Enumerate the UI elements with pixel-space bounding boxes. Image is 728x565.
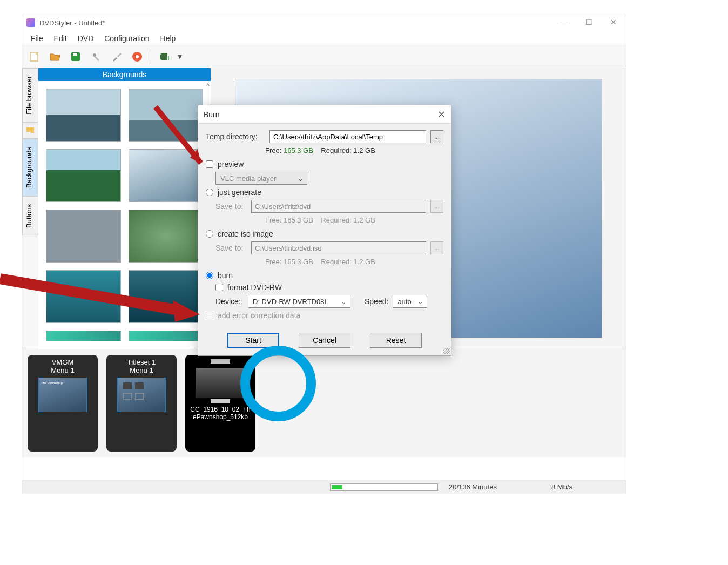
resize-grip-icon[interactable] <box>443 348 450 354</box>
temp-dir-input[interactable] <box>269 130 426 143</box>
tab-buttons[interactable]: Buttons <box>22 196 38 236</box>
tools-button[interactable] <box>107 48 126 66</box>
titleset-menu: Menu 1 <box>130 366 153 374</box>
svg-marker-14 <box>173 300 200 322</box>
menu-help[interactable]: Help <box>155 32 181 44</box>
scroll-up-icon[interactable]: ^ <box>206 82 210 90</box>
bg-thumb[interactable] <box>129 210 204 263</box>
annotation-arrow-icon <box>0 268 205 327</box>
vmgm-menu: Menu 1 <box>51 366 74 374</box>
format-dvdrw-checkbox[interactable] <box>215 284 223 291</box>
save-button[interactable] <box>66 48 85 66</box>
dialog-close-button[interactable]: ✕ <box>437 109 446 120</box>
status-bitrate: 8 Mb/s <box>551 483 572 491</box>
device-select[interactable]: D: DVD-RW DVRTD08L <box>248 295 350 308</box>
iso-free-row: Free: 165.3 GB Required: 1.2 GB <box>265 258 443 266</box>
just-generate-radio[interactable] <box>206 189 213 196</box>
svg-text:+: + <box>166 53 171 62</box>
menubar: File Edit DVD Configuration Help <box>22 31 626 45</box>
ecc-label: add error correction data <box>218 311 300 320</box>
temp-dir-browse-button[interactable]: ... <box>430 130 443 143</box>
status-minutes: 20/136 Minutes <box>449 483 535 491</box>
preview-player-select[interactable]: VLC media player <box>215 172 307 185</box>
create-iso-label: create iso image <box>218 230 273 238</box>
bg-thumb[interactable] <box>129 331 204 341</box>
speed-label: Speed: <box>365 297 388 306</box>
usage-progress <box>330 483 438 491</box>
speed-select[interactable]: auto <box>393 295 427 308</box>
bg-thumb[interactable] <box>46 89 121 142</box>
vmgm-thumb: The Pawnshop <box>38 378 87 412</box>
start-button[interactable]: Start <box>227 333 279 348</box>
timeline-vmgm[interactable]: VMGM Menu 1 The Pawnshop <box>28 355 98 452</box>
just-generate-label: just generate <box>218 188 261 197</box>
burn-button[interactable] <box>128 48 146 66</box>
saveto-iso-input <box>251 241 426 254</box>
dialog-titlebar: Burn ✕ <box>198 105 451 124</box>
reset-button[interactable]: Reset <box>370 333 422 348</box>
backgrounds-header: Backgrounds <box>38 68 211 81</box>
saveto-dvd-label: Save to: <box>215 202 247 211</box>
timeline: VMGM Menu 1 The Pawnshop Titleset 1 Menu… <box>22 349 626 457</box>
svg-point-3 <box>93 53 96 57</box>
saveto-iso-browse-button: ... <box>430 241 443 254</box>
video-name: CC_1916_10_02_ThePawnshop_512kb <box>187 405 253 422</box>
close-window-button[interactable]: ✕ <box>601 14 626 30</box>
titleset-title: Titleset 1 <box>127 358 156 366</box>
new-project-button[interactable] <box>25 48 44 66</box>
cancel-button[interactable]: Cancel <box>299 333 350 348</box>
bg-thumb[interactable] <box>46 331 121 341</box>
device-label: Device: <box>215 297 244 306</box>
tab-file-browser[interactable]: File browser <box>22 68 38 123</box>
toolbar: + ▾ <box>22 45 626 68</box>
create-iso-radio[interactable] <box>206 230 213 238</box>
saveto-dvd-input <box>251 200 426 213</box>
svg-rect-2 <box>73 53 77 56</box>
menu-dvd[interactable]: DVD <box>72 32 99 44</box>
bg-thumb[interactable] <box>46 149 121 202</box>
svg-line-13 <box>0 279 184 311</box>
titleset-thumb <box>117 378 166 412</box>
menu-configuration[interactable]: Configuration <box>99 32 154 44</box>
statusbar: 20/136 Minutes 8 Mb/s <box>22 480 626 494</box>
format-dvdrw-label: format DVD-RW <box>227 283 282 292</box>
gen-free-row: Free: 165.3 GB Required: 1.2 GB <box>265 216 443 224</box>
maximize-button[interactable]: ☐ <box>576 14 601 30</box>
tab-backgrounds[interactable]: Backgrounds <box>22 139 38 196</box>
burn-label: burn <box>218 271 233 280</box>
annotation-arrow-icon <box>150 102 215 177</box>
titlebar: DVDStyler - Untitled* — ☐ ✕ <box>22 14 626 31</box>
burn-radio[interactable] <box>206 272 213 279</box>
timeline-video[interactable]: CC_1916_10_02_ThePawnshop_512kb <box>185 355 255 452</box>
add-video-button[interactable]: + <box>156 48 174 66</box>
burn-dialog: Burn ✕ Temp directory: ... Free: 165.3 G… <box>198 105 451 356</box>
window-title: DVDStyler - Untitled* <box>39 19 105 27</box>
svg-rect-4 <box>95 56 99 61</box>
video-thumb <box>196 368 245 398</box>
svg-point-6 <box>136 55 139 58</box>
preview-label: preview <box>218 160 244 169</box>
ecc-checkbox <box>206 312 213 319</box>
saveto-dvd-browse-button: ... <box>430 200 443 213</box>
add-video-dropdown[interactable]: ▾ <box>176 48 184 66</box>
timeline-titleset[interactable]: Titleset 1 Menu 1 <box>106 355 177 452</box>
menu-edit[interactable]: Edit <box>49 32 72 44</box>
svg-rect-8 <box>160 53 161 55</box>
vmgm-title: VMGM <box>52 358 73 366</box>
app-logo-icon <box>26 18 35 27</box>
tab-folder-icon[interactable] <box>22 123 38 139</box>
open-button[interactable] <box>46 48 64 66</box>
saveto-iso-label: Save to: <box>215 244 247 252</box>
preferences-button[interactable] <box>87 48 105 66</box>
menu-file[interactable]: File <box>25 32 49 44</box>
temp-free-row: Free: 165.3 GB Required: 1.2 GB <box>265 146 443 154</box>
bg-thumb[interactable] <box>46 210 121 263</box>
minimize-button[interactable]: — <box>551 14 576 30</box>
svg-rect-9 <box>160 59 161 60</box>
